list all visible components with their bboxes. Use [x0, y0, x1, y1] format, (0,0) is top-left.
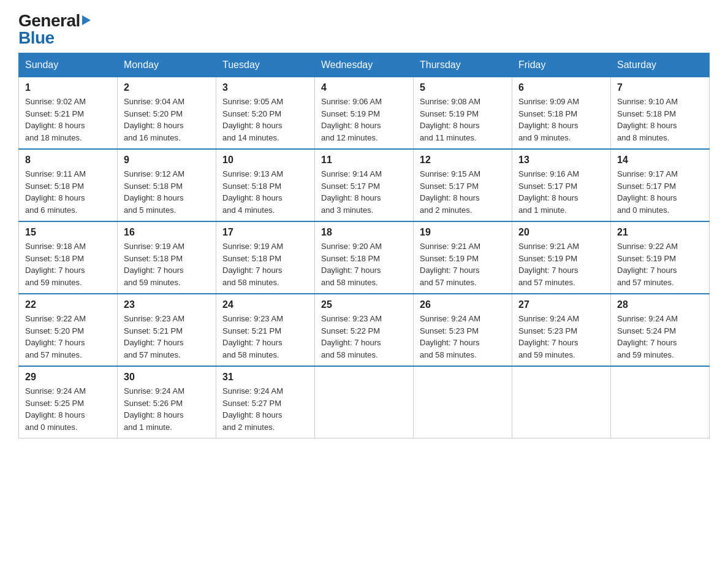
logo-general-text: General [18, 12, 80, 29]
calendar-cell: 8Sunrise: 9:11 AMSunset: 5:18 PMDaylight… [19, 149, 118, 221]
day-info: Sunrise: 9:02 AMSunset: 5:21 PMDaylight:… [25, 97, 86, 142]
day-info: Sunrise: 9:10 AMSunset: 5:18 PMDaylight:… [617, 97, 678, 142]
calendar-cell: 7Sunrise: 9:10 AMSunset: 5:18 PMDaylight… [611, 77, 710, 150]
day-info: Sunrise: 9:24 AMSunset: 5:23 PMDaylight:… [420, 314, 480, 359]
day-info: Sunrise: 9:24 AMSunset: 5:27 PMDaylight:… [222, 386, 283, 432]
calendar-cell: 27Sunrise: 9:24 AMSunset: 5:23 PMDayligh… [512, 294, 611, 366]
calendar-cell: 3Sunrise: 9:05 AMSunset: 5:20 PMDaylight… [216, 77, 315, 150]
day-info: Sunrise: 9:23 AMSunset: 5:22 PMDaylight:… [321, 314, 382, 359]
calendar-cell: 26Sunrise: 9:24 AMSunset: 5:23 PMDayligh… [414, 294, 512, 366]
day-number: 20 [518, 227, 604, 238]
calendar-cell: 13Sunrise: 9:16 AMSunset: 5:17 PMDayligh… [512, 149, 611, 221]
logo-arrow-icon [82, 15, 91, 25]
day-info: Sunrise: 9:19 AMSunset: 5:18 PMDaylight:… [124, 242, 184, 287]
calendar-cell: 9Sunrise: 9:12 AMSunset: 5:18 PMDaylight… [118, 149, 216, 221]
calendar-week-2: 8Sunrise: 9:11 AMSunset: 5:18 PMDaylight… [19, 149, 710, 221]
day-info: Sunrise: 9:24 AMSunset: 5:23 PMDaylight:… [518, 314, 579, 359]
day-number: 15 [25, 227, 111, 238]
header-thursday: Thursday [414, 53, 512, 77]
header-wednesday: Wednesday [315, 53, 414, 77]
day-number: 28 [617, 299, 703, 310]
day-number: 1 [25, 82, 111, 93]
calendar-cell [611, 366, 710, 439]
day-number: 29 [25, 372, 111, 383]
calendar-cell: 6Sunrise: 9:09 AMSunset: 5:18 PMDaylight… [512, 77, 611, 150]
page-header: General Blue [18, 12, 710, 47]
day-number: 9 [124, 155, 210, 166]
calendar-cell: 1Sunrise: 9:02 AMSunset: 5:21 PMDaylight… [19, 77, 118, 150]
day-number: 25 [321, 299, 407, 310]
calendar-cell: 2Sunrise: 9:04 AMSunset: 5:20 PMDaylight… [118, 77, 216, 150]
day-number: 19 [420, 227, 506, 238]
calendar-cell: 12Sunrise: 9:15 AMSunset: 5:17 PMDayligh… [414, 149, 512, 221]
logo-line1: General [18, 12, 91, 29]
day-info: Sunrise: 9:20 AMSunset: 5:18 PMDaylight:… [321, 242, 382, 287]
day-number: 4 [321, 82, 407, 93]
calendar-cell: 16Sunrise: 9:19 AMSunset: 5:18 PMDayligh… [118, 221, 216, 294]
header-tuesday: Tuesday [216, 53, 315, 77]
calendar-cell [414, 366, 512, 439]
day-number: 11 [321, 155, 407, 166]
calendar-cell: 22Sunrise: 9:22 AMSunset: 5:20 PMDayligh… [19, 294, 118, 366]
calendar-cell [512, 366, 611, 439]
day-number: 6 [518, 82, 604, 93]
calendar-cell: 14Sunrise: 9:17 AMSunset: 5:17 PMDayligh… [611, 149, 710, 221]
day-number: 10 [222, 155, 308, 166]
day-info: Sunrise: 9:23 AMSunset: 5:21 PMDaylight:… [222, 314, 283, 359]
day-number: 7 [617, 82, 703, 93]
day-info: Sunrise: 9:22 AMSunset: 5:20 PMDaylight:… [25, 314, 86, 359]
day-info: Sunrise: 9:17 AMSunset: 5:17 PMDaylight:… [617, 169, 678, 215]
calendar-cell: 23Sunrise: 9:23 AMSunset: 5:21 PMDayligh… [118, 294, 216, 366]
day-info: Sunrise: 9:18 AMSunset: 5:18 PMDaylight:… [25, 242, 86, 287]
day-info: Sunrise: 9:19 AMSunset: 5:18 PMDaylight:… [222, 242, 283, 287]
calendar-cell: 18Sunrise: 9:20 AMSunset: 5:18 PMDayligh… [315, 221, 414, 294]
calendar-table: SundayMondayTuesdayWednesdayThursdayFrid… [18, 53, 710, 439]
day-number: 21 [617, 227, 703, 238]
calendar-cell: 10Sunrise: 9:13 AMSunset: 5:18 PMDayligh… [216, 149, 315, 221]
day-info: Sunrise: 9:09 AMSunset: 5:18 PMDaylight:… [518, 97, 579, 142]
day-number: 2 [124, 82, 210, 93]
day-info: Sunrise: 9:24 AMSunset: 5:25 PMDaylight:… [25, 386, 86, 432]
day-number: 17 [222, 227, 308, 238]
calendar-cell: 29Sunrise: 9:24 AMSunset: 5:25 PMDayligh… [19, 366, 118, 439]
header-saturday: Saturday [611, 53, 710, 77]
day-number: 26 [420, 299, 506, 310]
header-friday: Friday [512, 53, 611, 77]
calendar-cell: 11Sunrise: 9:14 AMSunset: 5:17 PMDayligh… [315, 149, 414, 221]
day-number: 23 [124, 299, 210, 310]
day-info: Sunrise: 9:16 AMSunset: 5:17 PMDaylight:… [518, 169, 579, 215]
day-info: Sunrise: 9:21 AMSunset: 5:19 PMDaylight:… [420, 242, 480, 287]
day-number: 31 [222, 372, 308, 383]
calendar-cell: 19Sunrise: 9:21 AMSunset: 5:19 PMDayligh… [414, 221, 512, 294]
day-number: 27 [518, 299, 604, 310]
day-number: 30 [124, 372, 210, 383]
day-number: 22 [25, 299, 111, 310]
day-info: Sunrise: 9:04 AMSunset: 5:20 PMDaylight:… [124, 97, 184, 142]
logo: General Blue [18, 12, 91, 47]
calendar-cell: 25Sunrise: 9:23 AMSunset: 5:22 PMDayligh… [315, 294, 414, 366]
day-number: 16 [124, 227, 210, 238]
day-number: 5 [420, 82, 506, 93]
calendar-week-1: 1Sunrise: 9:02 AMSunset: 5:21 PMDaylight… [19, 77, 710, 150]
day-info: Sunrise: 9:24 AMSunset: 5:24 PMDaylight:… [617, 314, 678, 359]
day-info: Sunrise: 9:14 AMSunset: 5:17 PMDaylight:… [321, 169, 382, 215]
day-info: Sunrise: 9:13 AMSunset: 5:18 PMDaylight:… [222, 169, 283, 215]
day-number: 18 [321, 227, 407, 238]
day-number: 3 [222, 82, 308, 93]
day-number: 14 [617, 155, 703, 166]
day-info: Sunrise: 9:22 AMSunset: 5:19 PMDaylight:… [617, 242, 678, 287]
day-info: Sunrise: 9:15 AMSunset: 5:17 PMDaylight:… [420, 169, 480, 215]
calendar-cell: 15Sunrise: 9:18 AMSunset: 5:18 PMDayligh… [19, 221, 118, 294]
calendar-cell: 30Sunrise: 9:24 AMSunset: 5:26 PMDayligh… [118, 366, 216, 439]
header-monday: Monday [118, 53, 216, 77]
day-number: 13 [518, 155, 604, 166]
day-number: 8 [25, 155, 111, 166]
day-info: Sunrise: 9:06 AMSunset: 5:19 PMDaylight:… [321, 97, 382, 142]
calendar-cell: 5Sunrise: 9:08 AMSunset: 5:19 PMDaylight… [414, 77, 512, 150]
calendar-cell: 31Sunrise: 9:24 AMSunset: 5:27 PMDayligh… [216, 366, 315, 439]
calendar-cell: 4Sunrise: 9:06 AMSunset: 5:19 PMDaylight… [315, 77, 414, 150]
day-info: Sunrise: 9:12 AMSunset: 5:18 PMDaylight:… [124, 169, 184, 215]
calendar-cell: 20Sunrise: 9:21 AMSunset: 5:19 PMDayligh… [512, 221, 611, 294]
calendar-cell: 24Sunrise: 9:23 AMSunset: 5:21 PMDayligh… [216, 294, 315, 366]
calendar-cell: 28Sunrise: 9:24 AMSunset: 5:24 PMDayligh… [611, 294, 710, 366]
